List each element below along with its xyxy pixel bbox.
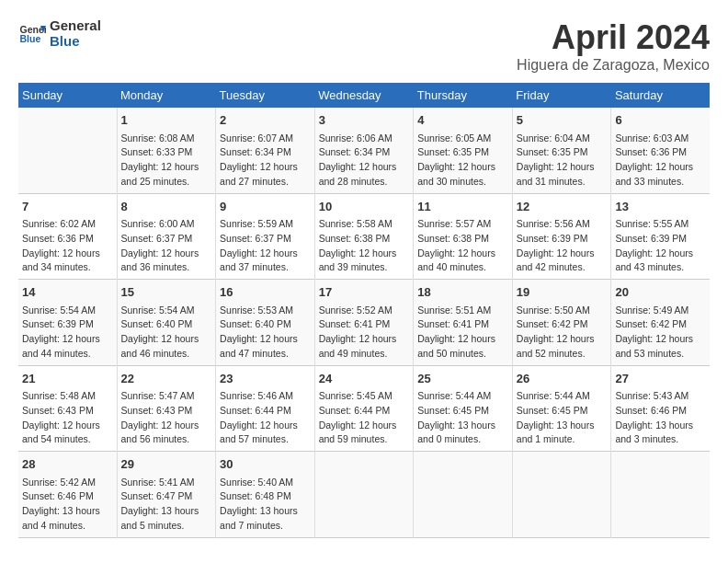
calendar-cell <box>314 452 414 538</box>
calendar-cell: 12Sunrise: 5:56 AMSunset: 6:39 PMDayligh… <box>512 193 611 280</box>
calendar-cell: 18Sunrise: 5:51 AMSunset: 6:41 PMDayligh… <box>414 280 513 366</box>
cell-content: Sunrise: 5:56 AM <box>517 217 608 232</box>
cell-content: Sunrise: 5:55 AM <box>615 217 706 232</box>
day-number: 11 <box>417 198 508 216</box>
cell-content: Sunrise: 6:00 AM <box>121 217 212 232</box>
cell-content: Daylight: 12 hours <box>220 160 311 175</box>
day-number: 22 <box>121 370 212 388</box>
calendar-cell: 11Sunrise: 5:57 AMSunset: 6:38 PMDayligh… <box>414 193 513 280</box>
day-number: 27 <box>615 370 706 388</box>
day-number: 14 <box>22 283 113 302</box>
cell-content: Sunrise: 5:54 AM <box>22 304 113 318</box>
cell-content: and 33 minutes. <box>615 175 706 190</box>
cell-content: Daylight: 12 hours <box>517 332 608 347</box>
cell-content: and 46 minutes. <box>121 347 212 362</box>
cell-content: Sunset: 6:39 PM <box>615 232 706 247</box>
day-number: 29 <box>121 455 212 474</box>
cell-content: Sunset: 6:39 PM <box>22 317 113 332</box>
svg-text:Blue: Blue <box>20 33 41 44</box>
cell-content: Daylight: 12 hours <box>220 332 311 347</box>
cell-content: Sunrise: 5:53 AM <box>220 304 311 318</box>
cell-content: Daylight: 12 hours <box>121 160 212 175</box>
cell-content: Sunset: 6:33 PM <box>121 145 212 160</box>
cell-content: and 52 minutes. <box>517 347 608 362</box>
day-number: 21 <box>22 370 113 388</box>
cell-content: Daylight: 12 hours <box>220 419 311 433</box>
cell-content: and 57 minutes. <box>220 432 311 447</box>
day-number: 8 <box>121 198 212 216</box>
cell-content: Sunset: 6:45 PM <box>417 404 508 419</box>
page-header: General Blue General Blue April 2024 Hig… <box>18 18 710 74</box>
calendar-cell: 15Sunrise: 5:54 AMSunset: 6:40 PMDayligh… <box>117 280 216 366</box>
cell-content: Sunrise: 5:52 AM <box>319 304 410 318</box>
main-title: April 2024 <box>517 18 710 57</box>
logo: General Blue General Blue <box>18 18 101 49</box>
calendar-cell: 3Sunrise: 6:06 AMSunset: 6:34 PMDaylight… <box>314 108 414 193</box>
logo-general: General <box>50 18 101 34</box>
cell-content: Sunrise: 5:48 AM <box>22 389 113 404</box>
cell-content: and 37 minutes. <box>220 260 311 275</box>
cell-content: and 54 minutes. <box>22 432 113 447</box>
cell-content: Daylight: 12 hours <box>319 247 410 261</box>
cell-content: Daylight: 13 hours <box>417 419 508 433</box>
day-number: 15 <box>121 283 212 302</box>
cell-content: and 34 minutes. <box>22 260 113 275</box>
day-number: 19 <box>517 283 608 302</box>
calendar-cell: 8Sunrise: 6:00 AMSunset: 6:37 PMDaylight… <box>117 193 216 280</box>
day-number: 10 <box>319 198 410 216</box>
cell-content: Sunrise: 5:57 AM <box>417 217 508 232</box>
cell-content: and 49 minutes. <box>319 347 410 362</box>
day-header-monday: Monday <box>117 83 216 108</box>
cell-content: Sunset: 6:39 PM <box>517 232 608 247</box>
cell-content: Sunset: 6:47 PM <box>121 489 212 504</box>
cell-content: Sunset: 6:38 PM <box>319 232 410 247</box>
day-header-friday: Friday <box>512 83 611 108</box>
calendar-cell: 2Sunrise: 6:07 AMSunset: 6:34 PMDaylight… <box>216 108 315 193</box>
calendar-cell: 13Sunrise: 5:55 AMSunset: 6:39 PMDayligh… <box>611 193 710 280</box>
calendar-cell: 21Sunrise: 5:48 AMSunset: 6:43 PMDayligh… <box>18 365 117 452</box>
cell-content: Sunrise: 6:02 AM <box>22 217 113 232</box>
calendar-cell: 25Sunrise: 5:44 AMSunset: 6:45 PMDayligh… <box>414 365 513 452</box>
cell-content: Sunset: 6:38 PM <box>417 232 508 247</box>
cell-content: Sunset: 6:44 PM <box>319 404 410 419</box>
cell-content: Daylight: 13 hours <box>615 419 706 433</box>
cell-content: Daylight: 12 hours <box>121 247 212 261</box>
cell-content: Sunset: 6:34 PM <box>319 145 410 160</box>
cell-content: Daylight: 12 hours <box>22 332 113 347</box>
calendar-cell: 28Sunrise: 5:42 AMSunset: 6:46 PMDayligh… <box>18 452 117 538</box>
cell-content: and 0 minutes. <box>417 432 508 447</box>
title-section: April 2024 Higuera de Zaragoza, Mexico <box>517 18 710 74</box>
cell-content: Sunrise: 5:58 AM <box>319 217 410 232</box>
cell-content: and 53 minutes. <box>615 347 706 362</box>
calendar-cell: 29Sunrise: 5:41 AMSunset: 6:47 PMDayligh… <box>117 452 216 538</box>
cell-content: Sunset: 6:42 PM <box>517 317 608 332</box>
day-number: 9 <box>220 198 311 216</box>
cell-content: Sunset: 6:36 PM <box>22 232 113 247</box>
calendar-cell: 19Sunrise: 5:50 AMSunset: 6:42 PMDayligh… <box>512 280 611 366</box>
cell-content: Sunset: 6:40 PM <box>121 317 212 332</box>
cell-content: Daylight: 12 hours <box>417 160 508 175</box>
cell-content: Sunset: 6:41 PM <box>319 317 410 332</box>
cell-content: and 56 minutes. <box>121 432 212 447</box>
cell-content: Sunrise: 6:08 AM <box>121 132 212 146</box>
cell-content: and 4 minutes. <box>22 519 113 534</box>
cell-content: Daylight: 12 hours <box>121 332 212 347</box>
cell-content: Daylight: 12 hours <box>615 247 706 261</box>
cell-content: Daylight: 12 hours <box>615 160 706 175</box>
calendar-week-3: 14Sunrise: 5:54 AMSunset: 6:39 PMDayligh… <box>18 280 710 366</box>
cell-content: Daylight: 12 hours <box>22 419 113 433</box>
cell-content: and 31 minutes. <box>517 175 608 190</box>
cell-content: Sunset: 6:35 PM <box>417 145 508 160</box>
cell-content: and 42 minutes. <box>517 260 608 275</box>
calendar-cell <box>414 452 513 538</box>
calendar-cell: 23Sunrise: 5:46 AMSunset: 6:44 PMDayligh… <box>216 365 315 452</box>
cell-content: Daylight: 12 hours <box>517 160 608 175</box>
day-number: 18 <box>417 283 508 302</box>
cell-content: Sunrise: 5:46 AM <box>220 389 311 404</box>
cell-content: Sunrise: 5:45 AM <box>319 389 410 404</box>
cell-content: Sunrise: 6:04 AM <box>517 132 608 146</box>
cell-content: and 3 minutes. <box>615 432 706 447</box>
cell-content: Sunset: 6:41 PM <box>417 317 508 332</box>
calendar-cell: 6Sunrise: 6:03 AMSunset: 6:36 PMDaylight… <box>611 108 710 193</box>
day-number: 1 <box>121 111 212 130</box>
